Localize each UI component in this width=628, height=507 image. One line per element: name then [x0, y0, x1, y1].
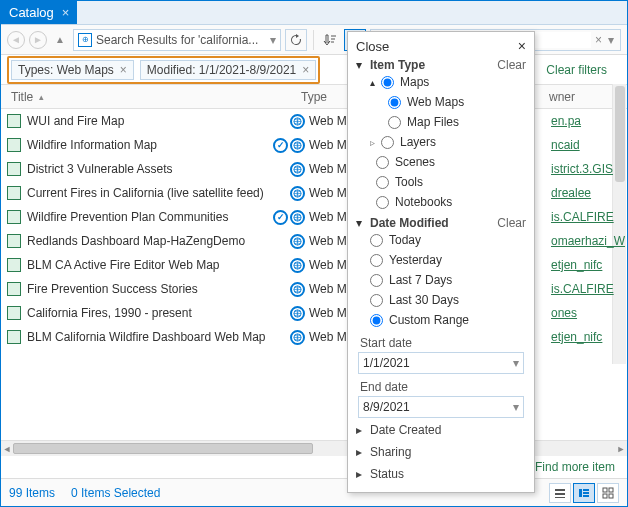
radio-notebooks[interactable] [376, 196, 389, 209]
opt-today[interactable]: Today [370, 230, 526, 250]
row-owner-link[interactable]: etjen_nifc [551, 258, 627, 272]
globe-icon [290, 258, 305, 273]
globe-icon: ⊕ [78, 33, 92, 47]
filter-panel: Close × ▾ Item Type Clear ▴ Maps Web Map… [347, 31, 535, 493]
globe-icon [290, 210, 305, 225]
svg-rect-11 [555, 493, 565, 495]
map-item-icon [7, 258, 21, 272]
view-tiles-button[interactable] [597, 483, 619, 503]
address-text: Search Results for 'california... [96, 33, 266, 47]
row-title: Fire Prevention Success Stories [27, 282, 269, 296]
nav-up-button[interactable]: ▲ [51, 31, 69, 49]
panel-close-icon[interactable]: × [518, 38, 526, 54]
radio-web-maps[interactable] [388, 96, 401, 109]
item-type-clear[interactable]: Clear [497, 58, 526, 72]
clear-filters-link[interactable]: Clear filters [546, 63, 621, 77]
close-tab-icon[interactable]: × [62, 5, 70, 20]
radio-maps[interactable] [381, 76, 394, 89]
view-details-button[interactable] [573, 483, 595, 503]
row-badges [269, 234, 309, 249]
svg-rect-13 [579, 489, 582, 497]
chip-modified[interactable]: Modified: 1/1/2021-8/9/2021 × [140, 60, 316, 80]
dropdown-icon[interactable]: ▾ [513, 400, 519, 414]
caret-right-icon: ▸ [356, 423, 366, 437]
section-item-type[interactable]: ▾ Item Type Clear [356, 58, 526, 72]
section-sharing[interactable]: ▸Sharing [356, 442, 526, 462]
radio-custom[interactable] [370, 314, 383, 327]
row-badges [269, 186, 309, 201]
date-modified-clear[interactable]: Clear [497, 216, 526, 230]
radio-tools[interactable] [376, 176, 389, 189]
radio-layers[interactable] [381, 136, 394, 149]
sort-button[interactable] [320, 30, 340, 50]
nav-forward-button[interactable]: ► [29, 31, 47, 49]
row-title: District 3 Vulnerable Assets [27, 162, 269, 176]
svg-rect-17 [603, 488, 607, 492]
radio-map-files[interactable] [388, 116, 401, 129]
nav-back-button[interactable]: ◄ [7, 31, 25, 49]
col-header-title[interactable]: Title ▴ [1, 90, 301, 104]
row-title: Wildfire Prevention Plan Communities [27, 210, 269, 224]
tab-catalog[interactable]: Catalog × [1, 1, 77, 24]
opt-maps[interactable]: ▴ Maps [370, 72, 526, 92]
section-date-modified[interactable]: ▾ Date Modified Clear [356, 216, 526, 230]
address-dropdown-icon[interactable]: ▾ [270, 33, 276, 47]
opt-scenes[interactable]: Scenes [370, 152, 526, 172]
map-item-icon [7, 162, 21, 176]
radio-today[interactable] [370, 234, 383, 247]
end-date-input[interactable]: 8/9/2021 ▾ [358, 396, 524, 418]
section-status[interactable]: ▸Status [356, 464, 526, 484]
row-owner-link[interactable]: en.pa [551, 114, 627, 128]
caret-right-icon: ▸ [356, 467, 366, 481]
row-title: BLM CA Active Fire Editor Web Map [27, 258, 269, 272]
row-title: Wildfire Information Map [27, 138, 269, 152]
row-owner-link[interactable]: ones [551, 306, 627, 320]
dropdown-icon[interactable]: ▾ [513, 356, 519, 370]
radio-last7[interactable] [370, 274, 383, 287]
row-owner-link[interactable]: omaerhazi_W [551, 234, 627, 248]
check-icon: ✓ [273, 138, 288, 153]
chip-modified-remove-icon[interactable]: × [302, 63, 309, 77]
radio-last30[interactable] [370, 294, 383, 307]
row-owner-link[interactable]: is.CALFIRE [551, 210, 627, 224]
search-menu-icon[interactable]: ▾ [606, 33, 616, 47]
row-owner-link[interactable]: drealee [551, 186, 627, 200]
chip-modified-label: Modified: 1/1/2021-8/9/2021 [147, 63, 296, 77]
chip-types-remove-icon[interactable]: × [120, 63, 127, 77]
opt-notebooks[interactable]: Notebooks [370, 192, 526, 212]
opt-layers[interactable]: ▹ Layers [370, 132, 526, 152]
panel-close-label[interactable]: Close [356, 39, 389, 54]
opt-tools[interactable]: Tools [370, 172, 526, 192]
map-item-icon [7, 306, 21, 320]
radio-scenes[interactable] [376, 156, 389, 169]
col-header-owner[interactable]: wner [543, 90, 623, 104]
filter-chips-highlight: Types: Web Maps × Modified: 1/1/2021-8/9… [7, 56, 320, 84]
row-badges [269, 114, 309, 129]
row-owner-link[interactable]: is.CALFIRE [551, 282, 627, 296]
row-owner-link[interactable]: istrict.3.GIS [551, 162, 627, 176]
opt-last30[interactable]: Last 30 Days [370, 290, 526, 310]
row-badges [269, 330, 309, 345]
globe-icon [290, 162, 305, 177]
start-date-input[interactable]: 1/1/2021 ▾ [358, 352, 524, 374]
opt-last7[interactable]: Last 7 Days [370, 270, 526, 290]
search-clear-icon[interactable]: × [595, 33, 602, 47]
radio-yesterday[interactable] [370, 254, 383, 267]
refresh-button[interactable] [285, 29, 307, 51]
chip-types[interactable]: Types: Web Maps × [11, 60, 134, 80]
tab-title: Catalog [9, 5, 54, 20]
address-bar[interactable]: ⊕ Search Results for 'california... ▾ [73, 29, 281, 51]
globe-icon [290, 330, 305, 345]
opt-yesterday[interactable]: Yesterday [370, 250, 526, 270]
opt-custom[interactable]: Custom Range [370, 310, 526, 330]
row-owner-link[interactable]: etjen_nifc [551, 330, 627, 344]
sort-asc-icon: ▴ [39, 92, 44, 102]
view-list-button[interactable] [549, 483, 571, 503]
opt-web-maps[interactable]: Web Maps [388, 92, 526, 112]
svg-rect-14 [583, 489, 589, 491]
svg-rect-19 [603, 494, 607, 498]
row-owner-link[interactable]: ncaid [551, 138, 627, 152]
section-date-created[interactable]: ▸Date Created [356, 420, 526, 440]
opt-map-files[interactable]: Map Files [388, 112, 526, 132]
globe-icon [290, 114, 305, 129]
